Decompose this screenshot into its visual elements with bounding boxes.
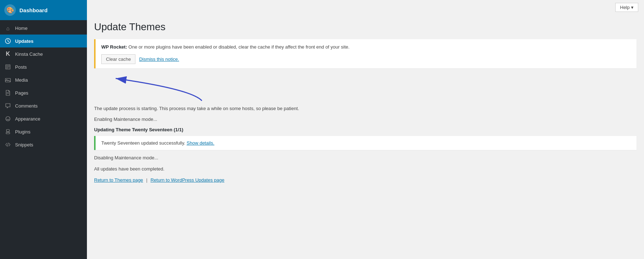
kinsta-icon: K [4,50,11,58]
success-box: Twenty Seventeen updated successfully. S… [94,136,636,150]
notice-body: One or more plugins have been enabled or… [127,44,349,50]
sidebar-title: Dashboard [19,7,47,13]
help-button[interactable]: Help ▾ [615,3,638,12]
success-text: Twenty Seventeen updated successfully. S… [101,140,631,146]
arrow-annotation [94,75,636,104]
page-title: Update Themes [94,21,636,33]
sidebar-item-appearance-label: Appearance [15,116,40,122]
appearance-icon [4,115,11,122]
sidebar-item-media-label: Media [15,77,28,83]
pages-icon [4,89,11,96]
sidebar-item-pages[interactable]: Pages [0,86,87,99]
snippets-icon [4,141,11,148]
top-bar: Help ▾ [87,0,644,15]
return-wp-updates-link[interactable]: Return to WordPress Updates page [150,177,224,183]
sidebar-item-home-label: Home [15,26,28,31]
plugins-icon [4,128,11,135]
svg-rect-4 [6,132,10,134]
update-disabling-maintenance: Disabling Maintenance mode... [94,154,636,162]
wp-rocket-notice: WP Rocket: One or more plugins have been… [94,39,636,68]
update-process-line1: The update process is starting. This pro… [94,105,636,113]
sidebar: 🎨 Dashboard ⌂ Home Updates K Kinsta Cach… [0,0,87,259]
help-arrow-icon: ▾ [631,5,634,10]
posts-icon [4,63,11,71]
sidebar-item-kinsta-label: Kinsta Cache [15,51,43,57]
update-completed: All updates have been completed. [94,165,636,173]
sidebar-item-updates[interactable]: Updates [0,35,87,47]
return-themes-link[interactable]: Return to Themes page [94,177,143,183]
link-separator: | [146,177,147,183]
notice-label: WP Rocket: [101,44,127,50]
success-message: Twenty Seventeen updated successfully. [101,140,185,146]
arrow-svg [94,75,209,104]
sidebar-item-home[interactable]: ⌂ Home [0,22,87,35]
help-label: Help [620,5,630,10]
main-content: Help ▾ Update Themes WP Rocket: One or m… [87,0,644,259]
return-links: Return to Themes page | Return to WordPr… [94,177,636,183]
sidebar-header[interactable]: 🎨 Dashboard [0,0,87,20]
update-enabling-maintenance: Enabling Maintenance mode... [94,116,636,123]
sidebar-item-kinsta-cache[interactable]: K Kinsta Cache [0,47,87,60]
sidebar-item-comments[interactable]: Comments [0,99,87,112]
dismiss-link[interactable]: Dismiss this notice. [139,56,179,62]
sidebar-item-plugins-label: Plugins [15,129,31,135]
show-details-link[interactable]: Show details. [187,140,214,146]
sidebar-item-snippets-label: Snippets [15,142,33,147]
updates-icon [4,37,11,45]
wp-logo-icon: 🎨 [4,4,16,16]
clear-cache-button[interactable]: Clear cache [101,54,135,64]
sidebar-item-posts-label: Posts [15,64,27,70]
sidebar-item-snippets[interactable]: Snippets [0,138,87,151]
sidebar-item-updates-label: Updates [15,38,33,44]
home-icon: ⌂ [4,24,11,32]
sidebar-item-pages-label: Pages [15,90,28,96]
notice-text: WP Rocket: One or more plugins have been… [101,44,631,51]
sidebar-nav: ⌂ Home Updates K Kinsta Cache Posts [0,20,87,151]
sidebar-item-comments-label: Comments [15,103,38,109]
sidebar-item-media[interactable]: Media [0,73,87,86]
sidebar-item-appearance[interactable]: Appearance [0,112,87,125]
update-content: The update process is starting. This pro… [94,105,636,186]
update-theme-bold: Updating Theme Twenty Seventeen (1/1) [94,127,636,132]
comments-icon [4,102,11,109]
content-area: Update Themes WP Rocket: One or more plu… [87,15,644,194]
media-icon [4,76,11,83]
notice-actions: Clear cache Dismiss this notice. [101,54,631,64]
svg-rect-3 [6,130,9,132]
sidebar-item-plugins[interactable]: Plugins [0,125,87,138]
sidebar-item-posts[interactable]: Posts [0,60,87,73]
